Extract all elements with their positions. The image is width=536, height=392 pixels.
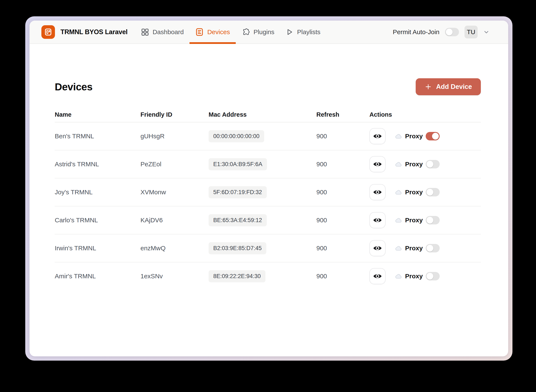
device-name: Irwin's TRMNL: [55, 245, 141, 252]
table-row: Joy's TRMNL XVMonw 5F:6D:07:19:FD:32 900…: [55, 178, 481, 206]
table-row: Astrid's TRMNL PeZEol E1:30:0A:B9:5F:6A …: [55, 150, 481, 178]
proxy-label: Proxy: [405, 245, 423, 252]
device-mac: E1:30:0A:B9:5F:6A: [209, 158, 267, 170]
brand: TRMNL BYOS Laravel: [41, 25, 127, 39]
device-name: Carlo's TRMNL: [55, 217, 141, 224]
cloud-icon: [395, 133, 402, 139]
permit-auto-join-label: Permit Auto-Join: [393, 28, 439, 36]
device-friendly-id: 1exSNv: [141, 273, 209, 280]
list-box-icon: [195, 28, 204, 36]
toggle-knob: [427, 189, 433, 196]
toggle-knob: [432, 133, 439, 140]
trmnl-logo-icon: [41, 25, 55, 39]
table-row: Carlo's TRMNL KAjDV6 BE:65:3A:E4:59:12 9…: [55, 206, 481, 234]
proxy-toggle[interactable]: [426, 244, 440, 252]
app-window: TRMNL BYOS Laravel Dashboard Devices Plu…: [29, 21, 508, 356]
eye-icon: [373, 187, 382, 197]
device-name: Joy's TRMNL: [55, 189, 141, 196]
proxy-label: Proxy: [405, 217, 423, 224]
view-device-button[interactable]: [369, 240, 386, 256]
nav-item-playlists[interactable]: Playlists: [280, 21, 326, 43]
add-device-label: Add Device: [436, 83, 472, 91]
device-friendly-id: enzMwQ: [141, 245, 209, 252]
proxy-toggle[interactable]: [426, 188, 440, 196]
eye-icon: [373, 159, 382, 169]
proxy-label: Proxy: [405, 189, 423, 196]
col-refresh: Refresh: [316, 111, 369, 118]
device-mac: BE:65:3A:E4:59:12: [209, 214, 267, 226]
proxy-label: Proxy: [405, 161, 423, 168]
chevron-down-icon[interactable]: [483, 29, 489, 35]
table-row: Ben's TRMNL gUHsgR 00:00:00:00:00:00 900…: [55, 122, 481, 150]
device-actions: Proxy: [369, 268, 481, 284]
device-name: Ben's TRMNL: [55, 133, 141, 140]
proxy-toggle[interactable]: [426, 160, 440, 168]
toggle-knob: [427, 161, 433, 168]
toggle-knob: [446, 29, 453, 35]
header-right: Permit Auto-Join TU: [393, 26, 489, 38]
nav-item-dashboard[interactable]: Dashboard: [135, 21, 189, 43]
toggle-knob: [427, 217, 433, 224]
permit-auto-join-toggle[interactable]: [445, 28, 459, 36]
device-mac: 8E:09:22:2E:94:30: [209, 270, 265, 282]
nav-item-devices[interactable]: Devices: [189, 21, 236, 43]
device-actions: Proxy: [369, 128, 481, 144]
device-friendly-id: XVMonw: [141, 189, 209, 196]
proxy-toggle[interactable]: [426, 216, 440, 224]
proxy-group: Proxy: [395, 216, 440, 224]
eye-icon: [373, 215, 382, 225]
device-actions: Proxy: [369, 156, 481, 172]
eye-icon: [373, 243, 382, 253]
proxy-toggle[interactable]: [426, 272, 440, 280]
toggle-knob: [427, 273, 433, 280]
desktop-background: TRMNL BYOS Laravel Dashboard Devices Plu…: [0, 0, 536, 392]
main-nav: Dashboard Devices Plugins Playlists: [135, 21, 326, 43]
device-actions: Proxy: [369, 184, 481, 200]
devices-table: Name Friendly ID Mac Address Refresh Act…: [55, 107, 481, 290]
device-mac: 00:00:00:00:00:00: [209, 130, 264, 142]
device-refresh: 900: [316, 133, 369, 140]
proxy-group: Proxy: [395, 132, 440, 140]
cloud-icon: [395, 161, 402, 167]
app-title: TRMNL BYOS Laravel: [61, 28, 127, 36]
proxy-label: Proxy: [405, 273, 423, 280]
toggle-knob: [427, 245, 433, 252]
page-title: Devices: [55, 81, 93, 93]
cloud-icon: [395, 189, 402, 195]
nav-item-plugins[interactable]: Plugins: [236, 21, 280, 43]
col-name: Name: [55, 111, 141, 118]
device-mac: B2:03:9E:85:D7:45: [209, 242, 266, 254]
eye-icon: [373, 271, 382, 281]
device-refresh: 900: [316, 245, 369, 252]
cloud-icon: [395, 245, 402, 251]
col-actions: Actions: [369, 111, 481, 118]
device-actions: Proxy: [369, 212, 481, 228]
device-refresh: 900: [316, 189, 369, 196]
table-row: Irwin's TRMNL enzMwQ B2:03:9E:85:D7:45 9…: [55, 234, 481, 262]
proxy-toggle[interactable]: [426, 132, 440, 140]
cloud-icon: [395, 273, 402, 279]
proxy-group: Proxy: [395, 272, 440, 280]
puzzle-icon: [241, 28, 250, 36]
app-header: TRMNL BYOS Laravel Dashboard Devices Plu…: [29, 21, 508, 44]
proxy-group: Proxy: [395, 160, 440, 168]
proxy-group: Proxy: [395, 244, 440, 252]
view-device-button[interactable]: [369, 156, 386, 172]
table-header-row: Name Friendly ID Mac Address Refresh Act…: [55, 107, 481, 122]
avatar[interactable]: TU: [465, 26, 478, 38]
view-device-button[interactable]: [369, 184, 386, 200]
device-refresh: 900: [316, 161, 369, 168]
table-body: Ben's TRMNL gUHsgR 00:00:00:00:00:00 900…: [55, 122, 481, 290]
play-icon: [286, 28, 293, 36]
view-device-button[interactable]: [369, 268, 386, 284]
device-name: Amir's TRMNL: [55, 273, 141, 280]
grid-icon: [141, 28, 149, 36]
device-friendly-id: PeZEol: [141, 161, 209, 168]
view-device-button[interactable]: [369, 128, 386, 144]
window-frame: TRMNL BYOS Laravel Dashboard Devices Plu…: [25, 16, 512, 361]
col-mac-address: Mac Address: [209, 111, 316, 118]
view-device-button[interactable]: [369, 212, 386, 228]
add-device-button[interactable]: Add Device: [416, 78, 481, 95]
device-friendly-id: KAjDV6: [141, 217, 209, 224]
page-head: Devices Add Device: [55, 78, 481, 95]
